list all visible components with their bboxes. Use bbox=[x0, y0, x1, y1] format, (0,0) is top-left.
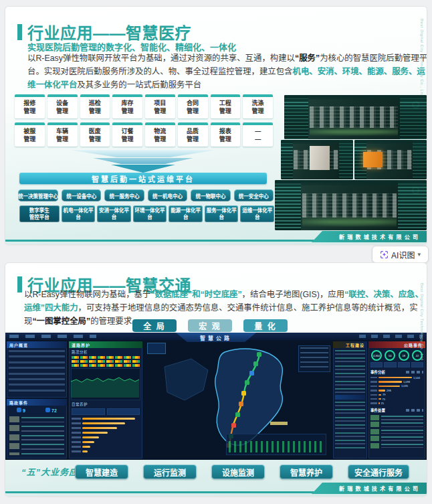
platform-block: 环境一体化平台 bbox=[133, 205, 167, 222]
module-card: 库存 管理 bbox=[112, 94, 142, 118]
module-card: 报表 管理 bbox=[211, 122, 241, 147]
funnel-arrow bbox=[70, 150, 217, 173]
hbar bbox=[72, 435, 140, 440]
module-card: 洗涤 管理 bbox=[243, 94, 273, 118]
company-name: 新 瑞 数 城 技 术 有 限 公 司 bbox=[312, 231, 427, 242]
center-pill: 统一服务中心 bbox=[104, 189, 144, 201]
title-accent-bar bbox=[17, 24, 22, 40]
platform-block: 运维一体化平台 bbox=[240, 205, 274, 222]
view-btn: 全 局 bbox=[132, 319, 177, 332]
map-bottom-chart bbox=[226, 434, 326, 455]
view-mode-buttons: 全 局宏 观量 化 bbox=[132, 319, 288, 332]
panel-maintenance: 道路养护 路况分析 日常养护 bbox=[69, 341, 142, 458]
module-grid: 报修 管理设备 管理巡检 管理库存 管理项目 管理合同 管理工程 管理洗涤 管理… bbox=[15, 94, 273, 147]
hbar bbox=[72, 440, 140, 444]
event-photo-list bbox=[8, 416, 66, 456]
view-btn: 量 化 bbox=[243, 319, 288, 332]
hbar bbox=[72, 449, 140, 454]
panel-overview: 用户概览 bbox=[7, 341, 67, 398]
dashboard-title: 智慧公路 bbox=[176, 333, 256, 342]
map-label bbox=[270, 422, 288, 425]
slide1-body: 以R-Easy弹性物联网开放平台为基础，通过对资源的共享、互通，构建以“服务”为… bbox=[27, 52, 427, 92]
gauge: 4,364 bbox=[371, 350, 382, 361]
gauge-ring-icon bbox=[412, 187, 419, 194]
traffic-dashboard-screenshot: 智慧公路 用户概览 路政事件 972 道路养护 路况分析 bbox=[5, 333, 427, 460]
footer-line bbox=[5, 240, 325, 242]
module-card: 医废 管理 bbox=[80, 122, 110, 147]
module-card: — — bbox=[243, 122, 273, 147]
gauge-ring-icon bbox=[412, 101, 419, 108]
daily-bars bbox=[69, 416, 142, 454]
center-pill: 统一安全中心 bbox=[234, 189, 274, 201]
event-gauges: 4,364541822 bbox=[368, 348, 425, 361]
slide-smart-traffic[interactable]: 行业应用——智慧交通 以R-Easy弹性物联网为基础，基于“数据底座”和“时空底… bbox=[5, 263, 427, 496]
hbar bbox=[72, 421, 140, 426]
hbar bbox=[72, 416, 140, 421]
module-card: 巡检 管理 bbox=[80, 94, 110, 118]
slide-smart-medical[interactable]: 行业应用——智慧医疗 实现医院后勤管理的数字化、智能化、精细化、一体化 以R-E… bbox=[5, 7, 427, 244]
platforms-row: 数字孪生 管控平台机电一体化平台安消一体化平台环境一体化平台能源一体化平台服务一… bbox=[19, 205, 274, 222]
map-layer-list bbox=[298, 345, 330, 372]
biz-btn: 运行监测 bbox=[143, 465, 197, 479]
hbar bbox=[72, 430, 140, 435]
business-app-buttons: 智慧建造运行监测设施监测智慧养护安全通行服务 bbox=[75, 465, 409, 479]
hbar bbox=[72, 444, 140, 449]
platform-block: 安消一体化平台 bbox=[97, 205, 131, 222]
document-viewer: 行业应用——智慧医疗 实现医院后勤管理的数字化、智能化、精细化、一体化 以R-E… bbox=[0, 0, 432, 504]
side-watermark: Best Digital City Technology Co., Ltd bbox=[420, 283, 424, 360]
platform-block: 数字孪生 管控平台 bbox=[19, 205, 60, 222]
daily-stat-chips bbox=[72, 408, 140, 415]
biz-btn: 智慧建造 bbox=[75, 465, 128, 479]
event-handle-list bbox=[370, 414, 423, 449]
gauge: 18 bbox=[399, 350, 409, 361]
module-card: 物流 管理 bbox=[145, 122, 175, 147]
road-event-stats: 972 bbox=[7, 406, 67, 414]
stat-num: 9 bbox=[17, 408, 25, 413]
hospital-screenshot-alert bbox=[354, 140, 427, 179]
module-card: 报修 管理 bbox=[15, 94, 45, 118]
stat-num: 72 bbox=[45, 408, 57, 413]
module-card: 合同 管理 bbox=[178, 94, 208, 118]
module-card: 车辆 管理 bbox=[47, 122, 78, 147]
hospital-screenshot-aerial bbox=[284, 95, 427, 139]
module-card: 订餐 管理 bbox=[112, 122, 142, 147]
platform-block: 服务一体化平台 bbox=[205, 205, 239, 222]
panel-highway-events: 公路事件 4,364541822 事件分析 1,5441,0981,035298… bbox=[368, 341, 425, 458]
module-card: 被服 管理 bbox=[15, 122, 45, 147]
evbar: 25 bbox=[370, 401, 423, 405]
center-pill: 统一决策管理中心 bbox=[18, 189, 58, 201]
event-analysis-bars: 1,5441,0981,035298797525 bbox=[368, 375, 425, 406]
platform-bar: 智慧后勤一站式运维平台 bbox=[19, 173, 267, 184]
panel-road-events: 路政事件 972 bbox=[7, 399, 67, 458]
event-stat-chips bbox=[370, 362, 423, 367]
panel-projects: 工程建设 bbox=[333, 341, 367, 458]
center-pill: 统一机电中心 bbox=[148, 189, 187, 201]
hospital-screenshot-campus bbox=[275, 180, 427, 230]
center-pill: 统一设备中心 bbox=[62, 189, 101, 201]
ai-recognize-button[interactable]: AI识图 ▾ bbox=[372, 246, 429, 263]
hbar bbox=[72, 426, 140, 430]
gauge: 54 bbox=[385, 350, 395, 361]
chevron-down-icon: ▾ bbox=[417, 251, 421, 258]
gis-map bbox=[144, 340, 332, 460]
module-card: 项目 管理 bbox=[145, 94, 175, 118]
center-pill: 统一物联中心 bbox=[191, 189, 230, 201]
company-name: 新 瑞 数 城 技 术 有 限 公 司 bbox=[312, 483, 427, 494]
slide1-subtitle: 实现医院后勤管理的数字化、智能化、精细化、一体化 bbox=[27, 40, 236, 53]
side-watermark: Best Digital City Technology Co., Ltd bbox=[420, 19, 424, 96]
ai-button-label: AI识图 bbox=[391, 249, 415, 260]
platform-block: 机电一体化平台 bbox=[62, 205, 96, 222]
footer-line bbox=[5, 491, 325, 493]
module-card: 设备 管理 bbox=[47, 94, 78, 118]
biz-btn: 智慧养护 bbox=[280, 465, 333, 479]
maintenance-trend-chart bbox=[71, 368, 140, 400]
platform-block: 能源一体化平台 bbox=[169, 205, 203, 222]
biz-btn: 设施监测 bbox=[211, 465, 265, 479]
view-btn: 宏 观 bbox=[188, 319, 232, 332]
module-card: 工程 管理 bbox=[211, 94, 241, 118]
centers-row: 统一决策管理中心统一设备中心统一服务中心统一机电中心统一物联中心统一安全中心 bbox=[18, 189, 274, 201]
module-card: 品质 管理 bbox=[178, 122, 208, 147]
biz-btn: 安全通行服务 bbox=[348, 465, 409, 479]
title-accent-bar bbox=[17, 276, 22, 292]
ai-scan-icon bbox=[380, 250, 389, 259]
